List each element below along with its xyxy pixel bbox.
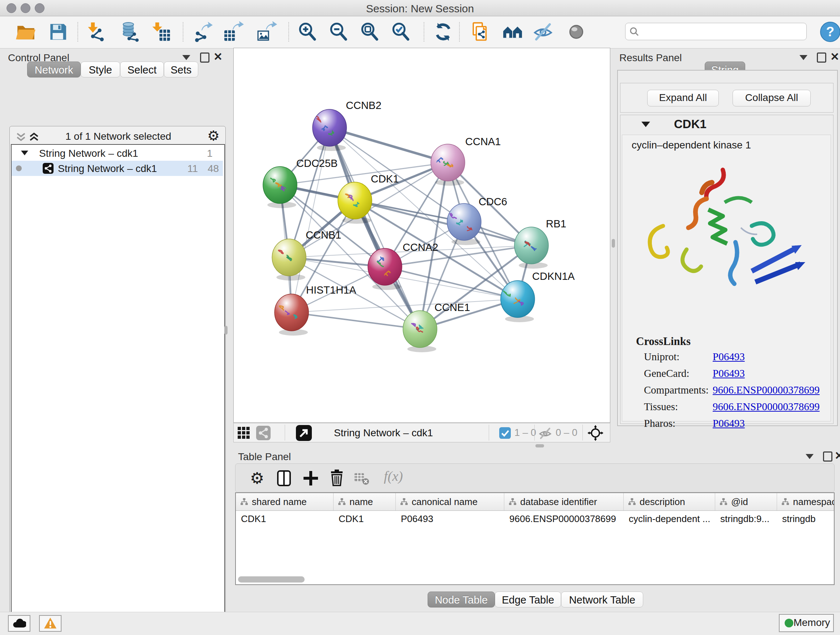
show-graphics-button[interactable] [566, 21, 587, 42]
network-node-CCNA1[interactable] [431, 144, 465, 186]
vertical-splitter-handle[interactable] [612, 239, 615, 248]
tab-style[interactable]: Style [81, 62, 120, 78]
tab-node-table[interactable]: Node Table [428, 592, 495, 608]
zoom-in-button[interactable] [297, 21, 317, 42]
annotation-share-button[interactable] [470, 21, 491, 42]
function-builder-button[interactable]: f(x) [384, 468, 403, 484]
open-in-window-icon[interactable] [296, 425, 312, 441]
tree-expander-icon[interactable] [21, 150, 28, 155]
network-node-CCNE1[interactable] [403, 310, 437, 352]
share-view-icon[interactable] [256, 426, 271, 440]
crosslink-value-link[interactable]: P06493 [713, 351, 745, 363]
collapse-all-icon[interactable] [16, 131, 27, 142]
import-network-button[interactable] [85, 21, 106, 42]
create-column-icon[interactable] [303, 470, 319, 486]
network-options-gear-icon[interactable]: ⚙ [207, 128, 219, 144]
memory-button[interactable]: Memory [779, 614, 834, 632]
undock-panel-icon[interactable] [200, 52, 210, 63]
network-node-HIST1H1A[interactable] [275, 294, 309, 336]
network-edge-HIST1H1A-CCNE1[interactable] [292, 312, 420, 329]
close-panel-icon[interactable]: ✕ [213, 52, 223, 62]
network-graph[interactable]: CCNB2CCNA1CDC25BCDK1CDC6RB1CCNB1CCNA2CDK… [234, 48, 610, 423]
float-panel-icon[interactable] [799, 55, 807, 60]
search-text-field[interactable] [643, 25, 804, 38]
delete-column-icon[interactable] [329, 470, 345, 486]
crosslink-value-link[interactable]: 9606.ENSP00000378699 [713, 384, 820, 396]
table-horizontal-scrollbar[interactable] [238, 576, 305, 583]
tab-network[interactable]: Network [27, 62, 81, 78]
network-node-CCNB1[interactable] [272, 239, 306, 280]
hide-unhide-button[interactable] [532, 21, 554, 42]
search-input[interactable] [625, 23, 807, 40]
selected-checkbox-icon[interactable] [499, 427, 511, 439]
tab-sets[interactable]: Sets [164, 62, 198, 78]
column-header-namespace[interactable]: namespace [777, 493, 835, 510]
cell-canonical-name[interactable]: P06493 [401, 510, 502, 529]
export-image-button[interactable] [256, 21, 277, 42]
network-node-CCNB2[interactable] [313, 109, 347, 151]
section-collapse-icon[interactable] [641, 122, 650, 127]
network-row-selected[interactable]: String Network – cdk1 11 48 [11, 161, 223, 176]
save-session-button[interactable] [48, 21, 69, 42]
network-node-CDKN1A[interactable] [501, 280, 535, 322]
network-view-canvas[interactable]: CCNB2CCNA1CDC25BCDK1CDC6RB1CCNB1CCNA2CDK… [233, 48, 610, 423]
help-button[interactable]: ? [820, 21, 840, 42]
grid-mode-icon[interactable] [237, 426, 250, 440]
column-header-database-identifier[interactable]: database identifier [504, 493, 624, 510]
cell-shared-name[interactable]: CDK1 [241, 510, 332, 529]
birds-eye-toggle-icon[interactable] [587, 425, 603, 441]
zoom-out-button[interactable] [328, 21, 349, 42]
zoom-fit-button[interactable] [359, 21, 380, 42]
cell-description[interactable]: cyclin-dependent ... [629, 510, 713, 529]
undock-panel-icon[interactable] [823, 451, 832, 462]
float-panel-icon[interactable] [182, 55, 190, 60]
table-options-gear-icon[interactable]: ⚙ [250, 469, 264, 487]
show-columns-icon[interactable] [276, 470, 292, 486]
column-header-name[interactable]: name [333, 493, 396, 510]
collapse-all-button[interactable]: Collapse All [733, 90, 811, 106]
undock-panel-icon[interactable] [817, 52, 826, 63]
expand-all-icon[interactable] [28, 131, 39, 142]
hidden-eye-icon[interactable] [538, 426, 552, 440]
network-edge-CCNB2-CCNA1[interactable] [330, 128, 448, 163]
home-view-button[interactable] [502, 21, 523, 42]
close-panel-icon[interactable]: ✕ [830, 52, 839, 62]
column-header-canonical-name[interactable]: canonical name [396, 493, 504, 510]
column-header-shared-name[interactable]: shared name [236, 493, 333, 510]
cloud-status-button[interactable] [8, 615, 30, 632]
tab-select[interactable]: Select [120, 62, 164, 78]
crosslink-value-link[interactable]: P06493 [713, 417, 745, 429]
column-header-id[interactable]: @id [715, 493, 777, 510]
crosslink-value-link[interactable]: P06493 [713, 367, 745, 379]
import-database-button[interactable] [119, 21, 141, 42]
node-table[interactable]: shared namenamecanonical namedatabase id… [235, 492, 835, 585]
window-titlebar[interactable]: Session: New Session [0, 0, 840, 16]
tab-network-table[interactable]: Network Table [561, 592, 643, 608]
tab-edge-table[interactable]: Edge Table [495, 592, 561, 608]
cell-name[interactable]: CDK1 [339, 510, 393, 529]
open-session-button[interactable] [15, 21, 36, 42]
export-network-button[interactable] [193, 21, 213, 42]
network-collection-row[interactable]: String Network – cdk1 1 [11, 146, 223, 161]
cell-database-identifier[interactable]: 9606.ENSP00000378699 [509, 510, 622, 529]
table-row[interactable]: CDK1CDK1P064939606.ENSP00000378699cyclin… [236, 510, 835, 526]
horizontal-splitter-handle[interactable] [535, 444, 544, 448]
float-panel-icon[interactable] [806, 454, 813, 459]
export-table-button[interactable] [223, 21, 244, 42]
import-table-button[interactable] [150, 21, 172, 42]
refresh-button[interactable] [433, 21, 454, 42]
cell-id[interactable]: stringdb:9... [720, 510, 775, 529]
column-header-description[interactable]: description [624, 493, 715, 510]
network-node-RB1[interactable] [515, 227, 548, 269]
cell-namespace[interactable]: stringdb [782, 510, 835, 529]
zoom-selected-button[interactable] [390, 21, 411, 42]
network-node-CDK1[interactable] [338, 182, 372, 224]
delete-table-icon[interactable] [354, 471, 370, 486]
crosslink-value-link[interactable]: 9606.ENSP00000378699 [713, 401, 820, 413]
network-node-CDC25B[interactable] [263, 166, 297, 208]
vertical-splitter-handle[interactable] [224, 326, 227, 334]
warnings-button[interactable] [39, 615, 62, 632]
close-panel-icon[interactable]: ✕ [835, 451, 840, 461]
expand-all-button[interactable]: Expand All [647, 90, 719, 106]
network-edge-CCNB2-CCNE1[interactable] [330, 128, 420, 329]
